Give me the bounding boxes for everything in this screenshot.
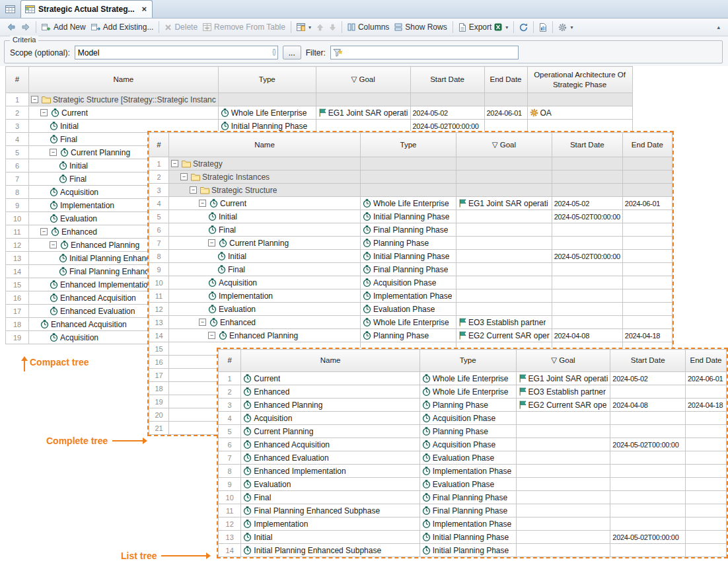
end-date-cell[interactable] (686, 465, 727, 478)
collapse-expander-icon[interactable]: − (50, 241, 57, 248)
column-header-type[interactable]: Type (218, 67, 316, 93)
type-cell[interactable]: Acquisition Phase (361, 276, 456, 289)
row-number-cell[interactable]: 1 (6, 93, 29, 106)
end-date-cell[interactable]: 2024-04-18 (622, 329, 672, 342)
goal-cell[interactable] (516, 425, 610, 438)
name-cell[interactable]: Evaluation (169, 303, 361, 316)
row-number-cell[interactable]: 5 (6, 146, 29, 159)
goal-cell[interactable] (516, 517, 610, 531)
row-number-cell[interactable]: 19 (149, 395, 169, 408)
end-date-cell[interactable] (622, 210, 672, 223)
end-date-cell[interactable] (622, 250, 672, 263)
row-number-cell[interactable]: 7 (6, 172, 29, 186)
column-header-name[interactable]: Name (241, 350, 419, 372)
type-cell[interactable]: Whole Life Enterprise (361, 197, 456, 210)
table-row[interactable]: 7Enhanced EvaluationEvaluation Phase (219, 451, 727, 465)
row-number-cell[interactable]: 14 (6, 265, 29, 278)
table-row[interactable]: 12EvaluationEvaluation Phase (149, 303, 673, 316)
row-number-cell[interactable]: 10 (149, 276, 169, 289)
start-date-cell[interactable] (610, 412, 686, 425)
show-rows-button[interactable]: Show Rows (392, 21, 449, 33)
row-number-cell[interactable]: 9 (219, 478, 241, 491)
table-row[interactable]: 14Initial Planning Enhanced SubphaseInit… (219, 544, 727, 557)
column-header-end-date[interactable]: End Date (622, 133, 672, 157)
table-row[interactable]: 11ImplementationImplementation Phase (149, 289, 673, 303)
row-number-cell[interactable]: 19 (6, 331, 29, 344)
end-date-cell[interactable] (686, 491, 727, 504)
goal-cell[interactable]: EG2 Current SAR oper (456, 329, 552, 342)
start-date-cell[interactable] (610, 425, 686, 438)
type-cell[interactable]: Whole Life Enterprise (218, 106, 316, 120)
table-row[interactable]: 2−Strategic Instances (149, 171, 673, 184)
end-date-cell[interactable] (686, 478, 727, 491)
type-cell[interactable]: Acquisition Phase (419, 438, 516, 451)
end-date-cell[interactable] (622, 237, 672, 250)
name-cell[interactable]: −Current (29, 106, 219, 120)
row-number-cell[interactable]: 5 (149, 210, 169, 223)
goal-cell[interactable]: EG2 Current SAR ope (516, 399, 610, 412)
type-cell[interactable] (361, 157, 456, 171)
column-header-num[interactable]: # (149, 133, 169, 157)
start-date-cell[interactable]: 2024-04-08 (552, 329, 622, 342)
end-date-cell[interactable] (622, 276, 672, 289)
goal-cell[interactable]: EG1 Joint SAR operati (316, 106, 410, 120)
type-cell[interactable]: Planning Phase (419, 425, 516, 438)
name-cell[interactable]: Initial (169, 250, 361, 263)
row-number-cell[interactable]: 17 (149, 369, 169, 382)
column-header-num[interactable]: # (219, 350, 241, 372)
table-row[interactable]: 10AcquisitionAcquisition Phase (149, 276, 673, 289)
table-row[interactable]: 3−Strategic Structure (149, 184, 673, 197)
selection-mode-button[interactable]: ▾ (294, 22, 314, 32)
row-number-cell[interactable]: 15 (6, 278, 29, 291)
collapse-expander-icon[interactable]: − (199, 200, 206, 207)
goal-cell[interactable] (456, 250, 552, 263)
collapse-expander-icon[interactable]: − (180, 173, 188, 180)
collapse-expander-icon[interactable]: − (171, 160, 178, 167)
column-header-start-date[interactable]: Start Date (410, 67, 484, 93)
collapse-expander-icon[interactable]: − (208, 332, 215, 339)
table-row[interactable]: 5InitialInitial Planning Phase2024-05-02… (149, 210, 673, 223)
export-button[interactable]: Export▾ (456, 21, 511, 33)
table-row[interactable]: 1−Strategy (149, 157, 673, 171)
type-cell[interactable]: Final Planning Phase (361, 223, 456, 237)
goal-cell[interactable] (456, 237, 552, 250)
row-number-cell[interactable]: 8 (6, 186, 29, 199)
end-date-cell[interactable]: 2024-06-01 (622, 197, 672, 210)
row-number-cell[interactable]: 6 (6, 159, 29, 172)
start-date-cell[interactable] (410, 93, 484, 106)
name-cell[interactable]: Enhanced Evaluation (241, 451, 419, 465)
goal-cell[interactable]: EO3 Establish partner (456, 316, 552, 329)
name-cell[interactable]: Final (169, 223, 361, 237)
filter-input[interactable] (330, 46, 519, 59)
end-date-cell[interactable] (686, 504, 727, 517)
toolbar-collapse-icon[interactable]: ▴ (714, 22, 723, 32)
add-existing-button[interactable]: Add Existing... (89, 21, 157, 33)
row-number-cell[interactable]: 10 (6, 212, 29, 225)
table-row[interactable]: 1CurrentWhole Life EnterpriseEG1 Joint S… (219, 372, 727, 385)
end-date-cell[interactable] (686, 425, 727, 438)
row-number-cell[interactable]: 11 (219, 504, 241, 517)
name-cell[interactable]: Final (241, 491, 419, 504)
row-number-cell[interactable]: 11 (149, 289, 169, 303)
goal-cell[interactable] (516, 491, 610, 504)
row-number-cell[interactable]: 13 (219, 531, 241, 544)
type-cell[interactable]: Initial Planning Phase (419, 544, 516, 557)
start-date-cell[interactable]: 2024-05-02 (410, 106, 484, 120)
collapse-expander-icon[interactable]: − (190, 186, 197, 194)
collapse-expander-icon[interactable]: − (208, 239, 215, 247)
name-cell[interactable]: Initial (169, 210, 361, 223)
row-number-cell[interactable]: 12 (149, 303, 169, 316)
name-cell[interactable]: Current Planning (241, 425, 419, 438)
goal-cell[interactable] (516, 531, 610, 544)
table-row[interactable]: 13−EnhancedWhole Life EnterpriseEO3 Esta… (149, 316, 673, 329)
table-row[interactable]: 12ImplementationImplementation Phase (219, 517, 727, 531)
table-row[interactable]: 2EnhancedWhole Life EnterpriseEO3 Establ… (219, 385, 727, 399)
column-header-goal[interactable]: ▽ Goal (516, 350, 610, 372)
row-number-cell[interactable]: 9 (6, 199, 29, 212)
type-cell[interactable]: Evaluation Phase (361, 303, 456, 316)
row-number-cell[interactable]: 14 (149, 329, 169, 342)
add-new-button[interactable]: Add New (39, 21, 89, 33)
type-cell[interactable] (361, 171, 456, 184)
name-cell[interactable]: −Strategic Structure (169, 184, 361, 197)
table-row[interactable]: 5Current PlanningPlanning Phase (219, 425, 727, 438)
